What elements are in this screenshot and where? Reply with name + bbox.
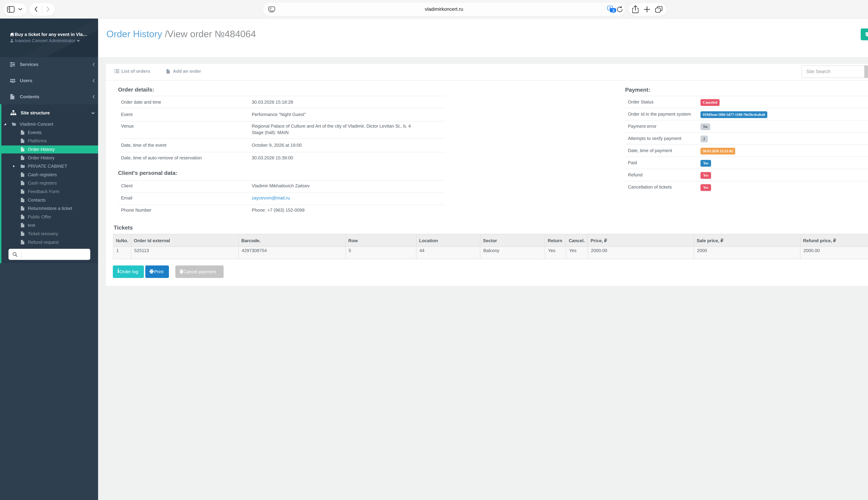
svg-text:文: 文 — [612, 9, 615, 12]
